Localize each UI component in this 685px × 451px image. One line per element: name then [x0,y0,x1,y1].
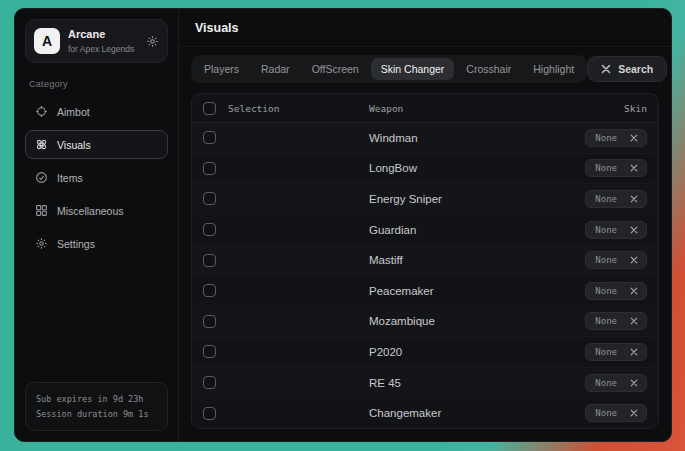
skin-value: None [586,375,626,391]
clear-skin-x-icon[interactable] [626,284,646,298]
weapon-name: LongBow [369,162,576,174]
tab-radar[interactable]: Radar [251,58,300,80]
tab-highlight[interactable]: Highlight [523,58,584,80]
table-row: MastiffNone [192,244,658,275]
package-icon [35,171,48,184]
weapon-name: Energy Sniper [369,193,576,205]
tab-players[interactable]: Players [194,58,249,80]
app-logo: A [34,28,60,54]
sidebar: A Arcane for Apex Legends Category Aimbo… [15,9,179,441]
session-duration-text: Session duration 9m 1s [36,407,157,421]
skin-select-badge[interactable]: None [585,282,647,300]
sidebar-item-settings[interactable]: Settings [25,229,168,258]
sidebar-item-label: Visuals [57,139,91,151]
skin-select-badge[interactable]: None [585,374,647,392]
brand-text: Arcane for Apex Legends [68,28,138,54]
row-checkbox[interactable] [203,131,216,144]
clear-skin-x-icon[interactable] [626,376,646,390]
search-button[interactable]: Search [587,56,667,82]
table-row: GuardianNone [192,214,658,245]
x-icon [601,64,611,74]
tab-crosshair[interactable]: Crosshair [456,58,521,80]
brand-card: A Arcane for Apex Legends [25,19,168,63]
sidebar-item-visuals[interactable]: Visuals [25,130,168,159]
tab-offscreen[interactable]: OffScreen [302,58,369,80]
sidebar-item-items[interactable]: Items [25,163,168,192]
table-row: Energy SniperNone [192,183,658,214]
table-row: LongBowNone [192,153,658,184]
sidebar-item-label: Settings [57,238,95,250]
sidebar-item-label: Items [57,172,83,184]
skin-value: None [586,222,626,238]
weapon-column-header: Weapon [369,103,615,114]
sidebar-nav: AimbotVisualsItemsMiscellaneousSettings [25,97,168,258]
table-row: P2020None [192,336,658,367]
clear-skin-x-icon[interactable] [626,314,646,328]
row-checkbox[interactable] [203,284,216,297]
weapon-name: Windman [369,132,576,144]
skin-value: None [586,405,626,421]
clear-skin-x-icon[interactable] [626,406,646,420]
row-checkbox[interactable] [203,407,216,420]
row-checkbox[interactable] [203,376,216,389]
category-label: Category [29,79,164,89]
table-row: RE 45None [192,367,658,398]
skin-value: None [586,160,626,176]
settings-gear-icon[interactable] [146,35,159,48]
row-checkbox[interactable] [203,254,216,267]
clear-skin-x-icon[interactable] [626,253,646,267]
main-panel: Visuals PlayersRadarOffScreenSkin Change… [179,9,671,441]
skin-table: Selection Weapon Skin WindmanNoneLongBow… [191,93,659,429]
clear-skin-x-icon[interactable] [626,131,646,145]
skin-select-badge[interactable]: None [585,190,647,208]
app-name: Arcane [68,28,138,42]
skin-select-badge[interactable]: None [585,221,647,239]
weapon-name: Peacemaker [369,285,576,297]
skin-select-badge[interactable]: None [585,343,647,361]
weapon-name: RE 45 [369,377,576,389]
tab-skin-changer[interactable]: Skin Changer [371,58,455,80]
row-checkbox[interactable] [203,223,216,236]
weapon-name: Changemaker [369,407,576,419]
toolbar: PlayersRadarOffScreenSkin ChangerCrossha… [179,47,671,89]
clear-skin-x-icon[interactable] [626,345,646,359]
atom-icon [35,138,48,151]
gear-icon [35,237,48,250]
skin-select-badge[interactable]: None [585,159,647,177]
search-button-label: Search [618,63,653,75]
skin-value: None [586,313,626,329]
row-checkbox[interactable] [203,345,216,358]
table-body: WindmanNoneLongBowNoneEnergy SniperNoneG… [192,123,658,428]
sidebar-item-label: Miscellaneous [57,205,124,217]
skin-value: None [586,344,626,360]
select-all-checkbox[interactable] [203,102,216,115]
clear-skin-x-icon[interactable] [626,192,646,206]
weapon-name: Mastiff [369,254,576,266]
weapon-name: P2020 [369,346,576,358]
clear-skin-x-icon[interactable] [626,161,646,175]
row-checkbox[interactable] [203,192,216,205]
clear-skin-x-icon[interactable] [626,223,646,237]
sidebar-item-aimbot[interactable]: Aimbot [25,97,168,126]
skin-select-badge[interactable]: None [585,404,647,422]
tab-bar: PlayersRadarOffScreenSkin ChangerCrossha… [191,55,587,83]
sub-expires-text: Sub expires in 9d 23h [36,392,157,406]
skin-value: None [586,252,626,268]
table-header-row: Selection Weapon Skin [192,94,658,123]
weapon-name: Mozambique [369,315,576,327]
row-checkbox[interactable] [203,162,216,175]
sidebar-item-miscellaneous[interactable]: Miscellaneous [25,196,168,225]
skin-select-badge[interactable]: None [585,129,647,147]
skin-value: None [586,191,626,207]
row-checkbox[interactable] [203,315,216,328]
selection-column-header: Selection [228,103,360,114]
skin-select-badge[interactable]: None [585,312,647,330]
skin-column-header: Skin [624,103,647,114]
skin-value: None [586,283,626,299]
grid-icon [35,204,48,217]
skin-value: None [586,130,626,146]
skin-select-badge[interactable]: None [585,251,647,269]
crosshair-icon [35,105,48,118]
app-window: A Arcane for Apex Legends Category Aimbo… [14,8,672,442]
main-header: Visuals [179,9,671,47]
